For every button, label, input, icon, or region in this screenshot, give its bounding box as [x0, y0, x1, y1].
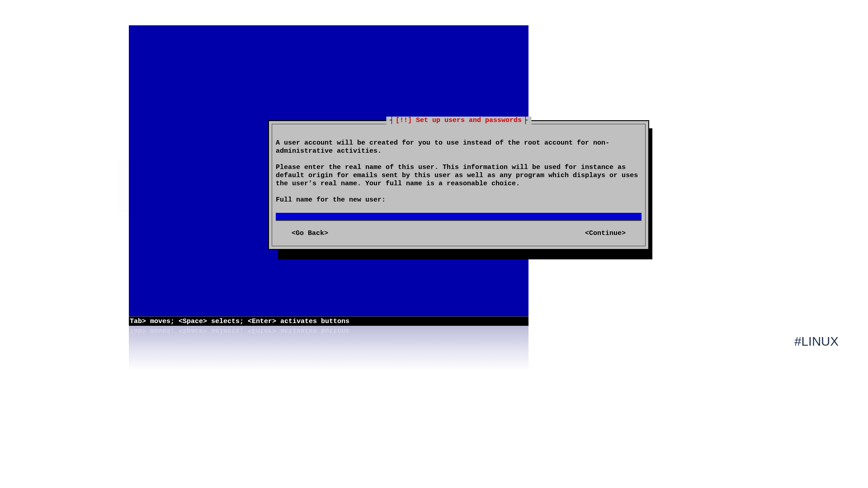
dialog-box: ┤ [!!] Set up users and passwords ├ A us…	[268, 120, 649, 250]
dialog-content: A user account will be created for you t…	[276, 139, 642, 221]
reflection: Tab> moves; <Space> selects; <Enter> act…	[129, 326, 528, 371]
fullname-input[interactable]	[276, 213, 642, 221]
hashtag-label: #LINUX	[794, 334, 839, 349]
continue-button[interactable]: <Continue>	[585, 230, 626, 237]
dialog-paragraph-2: Please enter the real name of this user.…	[276, 164, 642, 188]
help-bar: Tab> moves; <Space> selects; <Enter> act…	[129, 316, 528, 326]
title-bracket-right: ├	[524, 117, 528, 124]
dialog-title: [!!] Set up users and passwords	[394, 117, 524, 124]
help-bar-text: Tab> moves; <Space> selects; <Enter> act…	[130, 318, 349, 325]
dialog-title-wrapper: ┤ [!!] Set up users and passwords ├	[386, 117, 531, 124]
go-back-button[interactable]: <Go Back>	[292, 230, 328, 237]
dialog-paragraph-1: A user account will be created for you t…	[276, 139, 642, 155]
installer-screen: ┤ [!!] Set up users and passwords ├ A us…	[129, 25, 528, 326]
reflection-text: Tab> moves; <Space> selects; <Enter> act…	[130, 327, 349, 334]
fullname-prompt-label: Full name for the new user:	[276, 196, 642, 204]
button-row: <Go Back> <Continue>	[276, 230, 642, 237]
title-bracket-left: ┤	[390, 117, 394, 124]
